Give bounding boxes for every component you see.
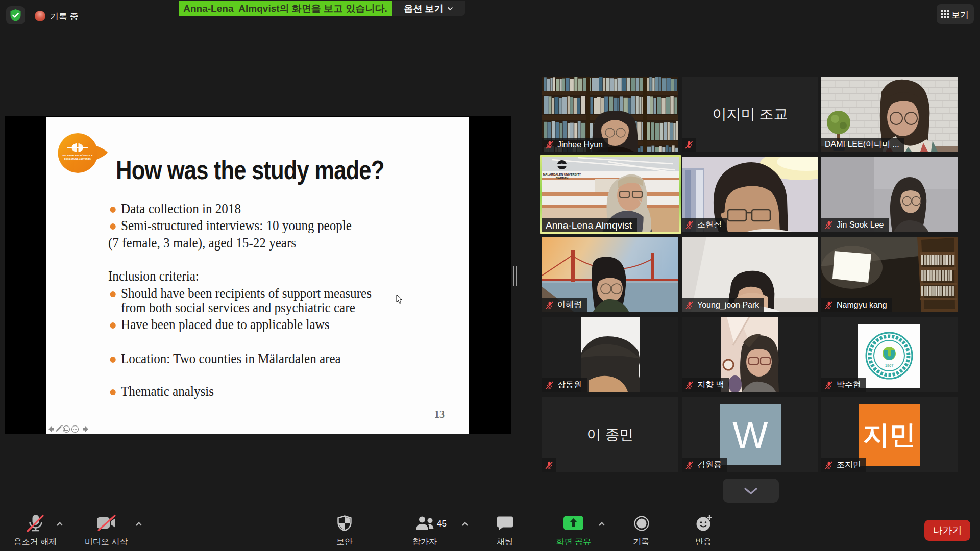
svg-text:SWEDEN: SWEDEN	[556, 177, 569, 180]
svg-text:MÄLARDALEN UNIVERSITY: MÄLARDALEN UNIVERSITY	[543, 173, 581, 176]
svg-text:1967: 1967	[885, 363, 894, 368]
